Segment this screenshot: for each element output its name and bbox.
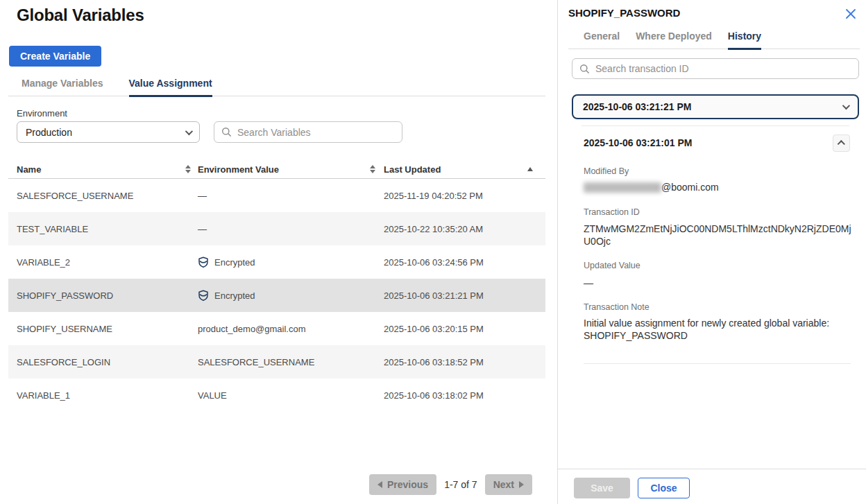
variables-search[interactable]	[214, 121, 402, 143]
table-row[interactable]: SALESFORCE_LOGIN SALESFORCE_USERNAME 202…	[8, 345, 545, 379]
sort-ascending-icon[interactable]	[527, 167, 533, 171]
transaction-id-value: ZTMwMGM2ZmEtNjJiOC00NDM5LThlMzctNDkyN2Rj…	[584, 223, 857, 247]
pagination-range: 1-7 of 7	[444, 479, 477, 490]
environment-select[interactable]: Production	[17, 121, 200, 143]
pagination: Previous 1-7 of 7 Next	[369, 474, 532, 495]
encrypted-shield-icon	[198, 257, 209, 268]
global-variables-screen: Global Variables Create Variable Manage …	[0, 0, 866, 504]
environment-value: SALESFORCE_USERNAME	[198, 357, 314, 367]
chevron-up-icon	[837, 140, 844, 148]
environment-label: Environment	[17, 108, 67, 119]
last-updated: 2025-10-06 03:18:52 PM	[384, 357, 545, 367]
divider	[581, 125, 849, 126]
panel-tabs: General Where Deployed History	[568, 31, 860, 49]
variable-name: TEST_VARIABLE	[17, 224, 198, 234]
sort-icon[interactable]	[370, 165, 375, 173]
variable-name: SALESFORCE_USERNAME	[17, 191, 198, 201]
last-updated: 2025-10-06 03:18:02 PM	[384, 390, 545, 401]
table-row[interactable]: SHOPIFY_USERNAME product_demo@gmail.com …	[8, 312, 545, 345]
environment-value: Encrypted	[214, 290, 255, 301]
updated-value-label: Updated Value	[584, 261, 640, 270]
page-title: Global Variables	[17, 6, 144, 25]
variable-name: VARIABLE_1	[17, 390, 198, 401]
chevron-down-icon	[842, 102, 850, 110]
environment-value: —	[198, 224, 207, 234]
encrypted-shield-icon	[198, 290, 209, 301]
variable-name: VARIABLE_2	[17, 257, 198, 268]
collapse-entry-button[interactable]	[833, 134, 850, 152]
transaction-select-value: 2025-10-06 03:21:21 PM	[583, 101, 691, 112]
transaction-search-input[interactable]	[590, 59, 858, 78]
environment-value: product_demo@gmail.com	[198, 324, 306, 334]
redacted-email-prefix	[584, 182, 661, 193]
column-header-name[interactable]: Name	[17, 164, 198, 175]
close-icon[interactable]	[844, 8, 857, 20]
column-header-environment-value[interactable]: Environment Value	[198, 164, 384, 175]
create-variable-button[interactable]: Create Variable	[9, 46, 101, 67]
close-button[interactable]: Close	[638, 478, 690, 498]
previous-button[interactable]: Previous	[369, 474, 436, 495]
table-row[interactable]: TEST_VARIABLE — 2025-10-22 10:35:20 AM	[8, 212, 545, 245]
variables-search-input[interactable]	[232, 122, 402, 142]
footer-divider	[558, 469, 866, 469]
last-updated: 2025-10-22 10:35:20 AM	[384, 224, 545, 234]
environment-value: VALUE	[198, 390, 227, 401]
modified-by-value: @boomi.com	[584, 182, 719, 193]
tab-manage-variables[interactable]: Manage Variables	[22, 78, 103, 96]
transaction-select[interactable]: 2025-10-06 03:21:21 PM	[572, 94, 859, 119]
transaction-search[interactable]	[572, 58, 859, 79]
divider	[584, 363, 851, 364]
table-row[interactable]: VARIABLE_1 VALUE 2025-10-06 03:18:02 PM	[8, 379, 545, 412]
variables-table: SALESFORCE_USERNAME — 2025-11-19 04:20:5…	[8, 179, 545, 412]
environment-select-value: Production	[26, 127, 72, 138]
environment-value: —	[198, 191, 207, 201]
table-header: Name Environment Value Last Updated	[8, 160, 545, 179]
last-updated: 2025-10-06 03:21:21 PM	[384, 290, 545, 301]
environment-value: Encrypted	[214, 257, 255, 268]
panel-title: SHOPIFY_PASSWORD	[568, 7, 680, 19]
variable-detail-panel: SHOPIFY_PASSWORD General Where Deployed …	[557, 0, 866, 504]
variable-name: SALESFORCE_LOGIN	[17, 357, 198, 367]
last-updated: 2025-10-06 03:20:15 PM	[384, 324, 545, 334]
search-icon	[579, 64, 590, 74]
tab-where-deployed[interactable]: Where Deployed	[636, 31, 712, 49]
previous-arrow-icon	[377, 481, 382, 488]
last-updated: 2025-11-19 04:20:52 PM	[384, 191, 545, 201]
variable-name: SHOPIFY_USERNAME	[17, 324, 198, 334]
sort-icon[interactable]	[185, 165, 191, 173]
transaction-note-label: Transaction Note	[584, 302, 650, 312]
next-button[interactable]: Next	[485, 474, 532, 495]
main-tabs: Manage Variables Value Assignment	[8, 78, 545, 96]
updated-value: —	[584, 277, 593, 288]
tab-general[interactable]: General	[584, 31, 620, 49]
history-entry-timestamp: 2025-10-06 03:21:01 PM	[584, 137, 692, 148]
save-button[interactable]: Save	[574, 478, 630, 498]
table-row[interactable]: SALESFORCE_USERNAME — 2025-11-19 04:20:5…	[8, 179, 545, 212]
modified-by-label: Modified By	[584, 166, 629, 176]
last-updated: 2025-10-06 03:24:56 PM	[384, 257, 545, 268]
tab-value-assignment[interactable]: Value Assignment	[129, 78, 212, 96]
table-row-selected[interactable]: SHOPIFY_PASSWORD Encrypted 2025-10-06 03…	[8, 279, 545, 312]
search-icon	[221, 127, 232, 137]
tab-history[interactable]: History	[728, 31, 761, 49]
next-arrow-icon	[519, 481, 524, 488]
variable-name: SHOPIFY_PASSWORD	[17, 290, 198, 301]
column-header-last-updated[interactable]: Last Updated	[384, 164, 545, 175]
chevron-down-icon	[185, 127, 193, 134]
transaction-id-label: Transaction ID	[584, 207, 640, 217]
table-row[interactable]: VARIABLE_2 Encrypted 2025-10-06 03:24:56…	[8, 245, 545, 279]
transaction-note-value: Initial value assignment for newly creat…	[584, 318, 858, 342]
